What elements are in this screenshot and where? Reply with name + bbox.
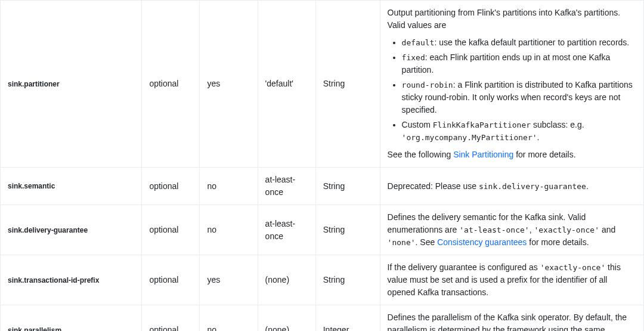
- list-item: Custom FlinkKafkaPartitioner subclass: e…: [402, 119, 636, 144]
- options-table: sink.partitioner optional yes 'default' …: [0, 0, 644, 331]
- option-description: If the delivery guarantee is configured …: [380, 255, 643, 305]
- bullet-trail: .: [537, 132, 540, 142]
- code-value: 'at-least-once': [459, 225, 529, 234]
- option-type: String: [315, 168, 380, 205]
- option-name: sink.transactional-id-prefix: [1, 255, 142, 305]
- option-description: Defines the delivery semantic for the Ka…: [380, 205, 643, 255]
- code-value: fixed: [402, 53, 425, 62]
- option-required: optional: [142, 168, 200, 205]
- list-item: fixed: each Flink partition ends up in a…: [402, 51, 636, 76]
- option-default: at-least-once: [258, 205, 315, 255]
- list-item: round-robin: a Flink partition is distri…: [402, 79, 636, 116]
- consistency-guarantees-link[interactable]: Consistency guarantees: [437, 237, 527, 247]
- code-value: 'org.mycompany.MyPartitioner': [402, 133, 537, 142]
- option-forward: no: [200, 305, 258, 332]
- desc-bullet-list: default: use the kafka default partition…: [388, 36, 636, 144]
- desc-text: If the delivery guarantee is configured …: [388, 262, 540, 272]
- bullet-text: : use the kafka default partitioner to p…: [434, 38, 629, 47]
- deprecated-suffix: .: [586, 181, 589, 191]
- sink-partitioning-link[interactable]: Sink Partitioning: [453, 150, 513, 159]
- table-row: sink.delivery-guarantee optional no at-l…: [1, 205, 644, 255]
- option-forward: no: [200, 205, 258, 255]
- option-required: optional: [142, 305, 200, 332]
- option-name: sink.partitioner: [1, 1, 142, 168]
- code-value: 'exactly-once': [540, 263, 606, 272]
- option-default: 'default': [258, 1, 315, 168]
- bullet-text: subclass: e.g.: [531, 120, 584, 129]
- option-default: (none): [258, 305, 315, 332]
- code-value: 'exactly-once': [534, 225, 599, 234]
- option-type: String: [315, 255, 380, 305]
- desc-text: and: [599, 225, 615, 234]
- code-value: sink.delivery-guarantee: [479, 182, 586, 191]
- list-item: default: use the kafka default partition…: [402, 36, 636, 49]
- code-value: 'none': [388, 238, 416, 247]
- see-prefix: See the following: [388, 150, 454, 159]
- option-required: optional: [142, 205, 200, 255]
- desc-see: See the following Sink Partitioning for …: [388, 149, 636, 161]
- desc-intro: Output partitioning from Flink's partiti…: [388, 7, 636, 32]
- deprecated-prefix: Deprecated: Please use: [388, 181, 479, 191]
- bullet-prefix: Custom: [402, 120, 433, 129]
- see-suffix: for more details.: [513, 150, 575, 159]
- bullet-text: : each Flink partition ends up in at mos…: [402, 52, 611, 75]
- option-default: (none): [258, 255, 315, 305]
- desc-text: . See: [416, 237, 438, 247]
- option-type: String: [315, 205, 380, 255]
- option-description: Deprecated: Please use sink.delivery-gua…: [380, 168, 643, 205]
- option-forward: yes: [200, 1, 258, 168]
- table-row: sink.semantic optional no at-least-once …: [1, 168, 644, 205]
- option-default: at-least-once: [258, 168, 315, 205]
- option-type: Integer: [315, 305, 380, 332]
- option-name: sink.semantic: [1, 168, 142, 205]
- code-value: round-robin: [402, 81, 453, 89]
- desc-text: for more details.: [527, 237, 589, 247]
- option-name: sink.parallelism: [1, 305, 142, 332]
- option-name: sink.delivery-guarantee: [1, 205, 142, 255]
- table-row: sink.parallelism optional no (none) Inte…: [1, 305, 644, 332]
- option-required: optional: [142, 1, 200, 168]
- code-value: default: [402, 38, 435, 47]
- option-description: Output partitioning from Flink's partiti…: [380, 1, 643, 168]
- option-description: Defines the parallelism of the Kafka sin…: [380, 305, 643, 332]
- option-forward: yes: [200, 255, 258, 305]
- table-row: sink.transactional-id-prefix optional ye…: [1, 255, 644, 305]
- table-row: sink.partitioner optional yes 'default' …: [1, 1, 644, 168]
- option-type: String: [315, 1, 380, 168]
- code-value: FlinkKafkaPartitioner: [433, 120, 531, 129]
- option-forward: no: [200, 168, 258, 205]
- option-required: optional: [142, 255, 200, 305]
